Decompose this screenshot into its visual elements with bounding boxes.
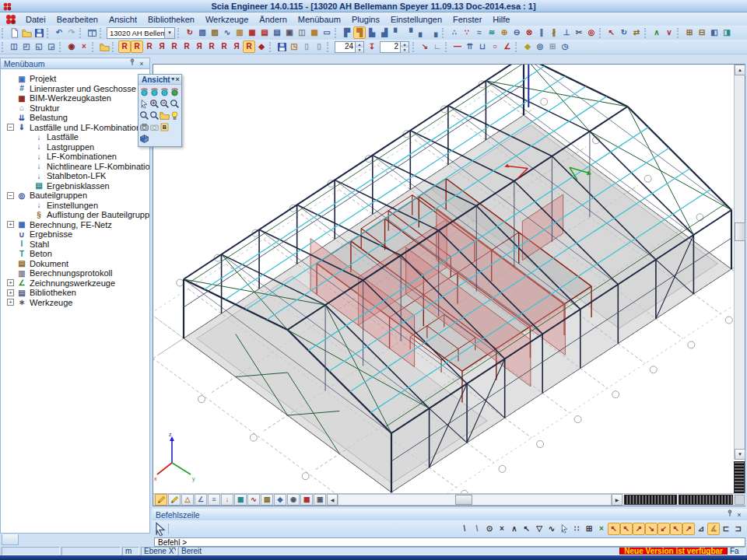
track-1-button[interactable]: ⊏ bbox=[720, 523, 732, 535]
protractor-button[interactable]: ◷ bbox=[559, 40, 571, 53]
zoom-in-button[interactable] bbox=[149, 98, 160, 109]
scroll-left-icon[interactable]: ◀ bbox=[327, 494, 338, 506]
view-perspective-button[interactable]: ▗ bbox=[428, 26, 440, 39]
snap-off-button[interactable]: × bbox=[496, 523, 508, 535]
menu-plugins[interactable]: Plugins bbox=[346, 14, 385, 25]
export-doc-button[interactable]: ◳ bbox=[288, 40, 300, 53]
activity-7-button[interactable]: Я bbox=[193, 40, 205, 53]
activity-9-button[interactable]: R bbox=[218, 40, 230, 53]
menu-ansicht[interactable]: Ansicht bbox=[103, 14, 142, 25]
view-back-button[interactable]: ▘ bbox=[391, 26, 403, 39]
toolbar-grip[interactable] bbox=[92, 42, 96, 52]
scale-tool-button[interactable]: ↘ bbox=[419, 40, 431, 53]
vertical-scroll-thumb[interactable] bbox=[735, 222, 745, 241]
step-spinner[interactable]: 2▲▼ bbox=[380, 41, 409, 53]
activity-4-button[interactable]: Я bbox=[156, 40, 168, 53]
toolbar-grip[interactable] bbox=[515, 42, 519, 52]
viewport-3d[interactable]: zxy ▲ ▼ △∠≡↓▦∿▤◆◉▦▣ ◀ ▶ bbox=[153, 64, 745, 506]
snap-curve-button[interactable]: ∿ bbox=[545, 523, 558, 535]
remove-selection-button[interactable]: ⊖ bbox=[510, 26, 523, 39]
snap-arrow-button[interactable]: ↖ bbox=[521, 523, 533, 535]
capture-button[interactable]: ◉ bbox=[287, 494, 300, 506]
rotate-z-button[interactable] bbox=[170, 86, 180, 97]
activity-3-button[interactable]: R bbox=[143, 40, 156, 53]
filter-layers-button[interactable]: ≋ bbox=[486, 26, 498, 39]
toolbar-grip[interactable] bbox=[412, 42, 416, 52]
mirror-button[interactable]: ⇄ bbox=[630, 26, 643, 39]
view-front-button[interactable]: ▛ bbox=[341, 26, 353, 39]
image-export-button[interactable]: ▭ bbox=[321, 26, 333, 39]
show-graph-button[interactable]: ∠ bbox=[195, 494, 207, 506]
doc-gray-2-button[interactable]: ▯ bbox=[313, 40, 325, 53]
ortho-mode-button[interactable]: ⊿ bbox=[695, 523, 707, 535]
rotate-x-button[interactable] bbox=[149, 86, 160, 97]
view-store-button[interactable] bbox=[139, 121, 149, 132]
view-left-button[interactable]: ▙ bbox=[366, 26, 378, 39]
scroll-right-icon[interactable]: ▶ bbox=[612, 494, 622, 506]
delete-button[interactable]: × bbox=[78, 40, 90, 53]
view-palette-header[interactable]: Ansicht ▼ × bbox=[139, 75, 181, 85]
osnap-end-button[interactable]: ↖ bbox=[620, 523, 633, 535]
doc-gray-1-button[interactable]: ▯ bbox=[300, 40, 313, 53]
view-top-button[interactable]: ▜ bbox=[353, 26, 366, 39]
dim-vertical-button[interactable]: ⇈ bbox=[464, 40, 476, 53]
close-icon[interactable]: × bbox=[735, 510, 744, 520]
draw-mode-2-button[interactable] bbox=[168, 494, 181, 506]
fe-mesh-button[interactable]: ▦ bbox=[246, 26, 258, 39]
save-button[interactable] bbox=[33, 26, 45, 39]
clipboard-button[interactable]: ▥ bbox=[233, 26, 246, 39]
perpendicular-button[interactable]: ⊥ bbox=[560, 26, 573, 39]
menu-einstellungen[interactable]: Einstellungen bbox=[385, 14, 447, 25]
osnap-perp-button[interactable]: ↙ bbox=[658, 523, 670, 535]
activity-8-button[interactable]: R bbox=[205, 40, 218, 53]
menu--ndern[interactable]: Ändern bbox=[254, 14, 292, 25]
draw-mode-button[interactable] bbox=[155, 494, 167, 506]
table-view-button[interactable]: ▤ bbox=[271, 26, 283, 39]
split-window-button[interactable] bbox=[86, 26, 98, 39]
grid-step-button[interactable]: ⊞ bbox=[583, 523, 595, 535]
invert-selection-button[interactable]: ⊗ bbox=[523, 26, 535, 39]
export-item-button[interactable] bbox=[98, 40, 110, 53]
zoom-window-button[interactable] bbox=[170, 98, 180, 109]
pin-icon[interactable] bbox=[725, 509, 735, 520]
zoom-out-button[interactable] bbox=[160, 98, 170, 109]
zoom-all-button[interactable] bbox=[139, 110, 149, 121]
render-view-button[interactable]: ▨ bbox=[209, 26, 221, 39]
grid-display-button[interactable]: ⊞ bbox=[546, 40, 559, 53]
menu-bearbeiten[interactable]: Bearbeiten bbox=[51, 14, 103, 25]
view-direction-button[interactable] bbox=[160, 110, 170, 121]
show-mesh-button[interactable]: ▦ bbox=[234, 494, 247, 506]
app-menu-icon[interactable] bbox=[5, 14, 17, 25]
toolbar-grip[interactable] bbox=[599, 28, 603, 38]
crossing-select-button[interactable]: ∦ bbox=[548, 26, 560, 39]
menu-bibliotheken[interactable]: Bibliotheken bbox=[142, 14, 200, 25]
osnap-int-button[interactable]: ↘ bbox=[645, 523, 658, 535]
show-loads-button[interactable]: ↓ bbox=[221, 494, 233, 506]
rotate-button[interactable]: ↻ bbox=[618, 26, 630, 39]
menu-men-baum[interactable]: Menübaum bbox=[293, 14, 346, 25]
view-bottom-button[interactable]: ▝ bbox=[403, 26, 416, 39]
menu-hilfe[interactable]: Hilfe bbox=[487, 14, 515, 25]
scale-spinner[interactable]: 24▲▼ bbox=[335, 41, 364, 53]
perspective-box-button[interactable]: B bbox=[160, 121, 170, 132]
toolbar-grip[interactable] bbox=[442, 28, 446, 38]
result-table-button[interactable]: ▦ bbox=[300, 494, 313, 506]
cut-tool-button[interactable]: ✂ bbox=[573, 26, 585, 39]
activity-2-button[interactable]: R bbox=[131, 40, 143, 53]
cascade-windows-button[interactable]: ◫ bbox=[8, 40, 20, 53]
toolbar-grip[interactable] bbox=[2, 28, 5, 38]
cross-sections-button[interactable]: ⊞ bbox=[683, 26, 696, 39]
toolbar-grip[interactable] bbox=[79, 28, 83, 38]
tile-horizontal-button[interactable]: ◰ bbox=[20, 40, 33, 53]
horizontal-scrollbar[interactable] bbox=[338, 494, 612, 506]
menu-datei[interactable]: Datei bbox=[20, 14, 51, 25]
close-icon[interactable]: × bbox=[176, 75, 180, 84]
filter-surfaces-button[interactable]: ≈ bbox=[473, 26, 486, 39]
chevron-down-icon[interactable]: ▼ bbox=[170, 75, 176, 84]
horizontal-zoom-wheel[interactable] bbox=[679, 495, 733, 505]
angle-tool-button[interactable]: ∠ bbox=[501, 40, 514, 53]
update-available-badge[interactable]: Neue Version ist verfügbar bbox=[619, 547, 728, 555]
snap-endpoint-button[interactable]: \ bbox=[458, 523, 471, 535]
toolbar-grip[interactable] bbox=[335, 28, 338, 38]
ruler-button[interactable]: ∟ bbox=[431, 40, 444, 53]
